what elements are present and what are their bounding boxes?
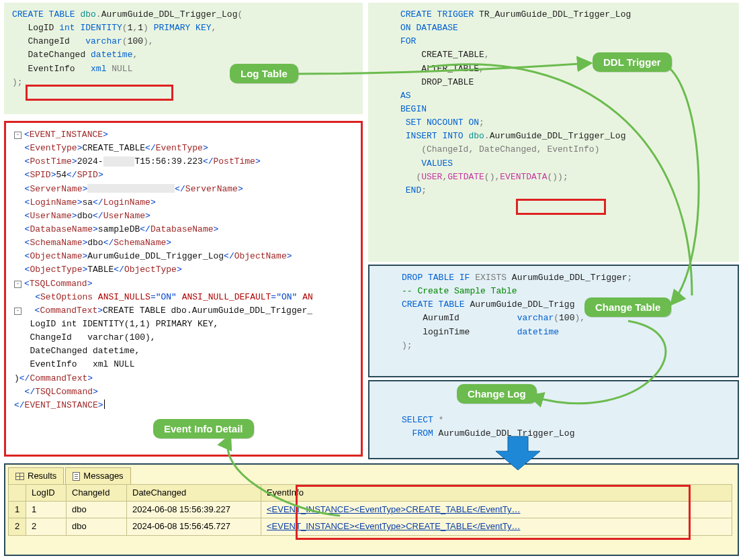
event-info-xml: -<EVENT_INSTANCE> <EventType>CREATE_TABL…: [14, 128, 353, 412]
tab-results[interactable]: Results: [8, 467, 64, 484]
table-row[interactable]: 1 1 dbo 2024-06-08 15:56:39.227 <EVENT_I…: [9, 502, 732, 518]
eventinfo-link[interactable]: <EVENT_INSTANCE><EventType>CREATE_TABLE<…: [261, 518, 732, 535]
table-row[interactable]: 2 2 dbo 2024-06-08 15:56:45.727 <EVENT_I…: [9, 518, 732, 535]
table-header-row: LogID ChangeId DateChanged EventInfo: [9, 485, 732, 502]
col-rownum: [9, 485, 26, 502]
event-info-xml-panel: -<EVENT_INSTANCE> <EventType>CREATE_TABL…: [4, 121, 363, 457]
fold-icon[interactable]: -: [14, 132, 21, 139]
col-changeid: ChangeId: [67, 485, 127, 502]
results-grid[interactable]: LogID ChangeId DateChanged EventInfo 1 1…: [8, 484, 732, 535]
badge-event-info: Event Info Detail: [153, 419, 254, 438]
fold-icon[interactable]: -: [14, 281, 21, 288]
badge-log-table: Log Table: [230, 64, 298, 83]
tab-messages[interactable]: Messages: [65, 467, 130, 484]
select-code: SELECT * FROM AurumGuide_DDL_Trigger_Log: [378, 387, 730, 440]
change-table-code-panel: DROP TABLE IF EXISTS AurumGuide_DDL_Trig…: [368, 265, 739, 377]
log-table-code-panel: CREATE TABLE dbo.AurumGuide_DDL_Trigger_…: [4, 3, 363, 114]
grid-icon: [15, 473, 24, 480]
fold-icon[interactable]: -: [14, 308, 21, 315]
badge-change-table: Change Table: [584, 297, 671, 317]
message-icon: [73, 472, 80, 481]
badge-ddl-trigger: DDL Trigger: [593, 52, 672, 72]
log-table-code: CREATE TABLE dbo.AurumGuide_DDL_Trigger_…: [12, 8, 355, 89]
results-panel: Results Messages LogID ChangeId DateChan…: [4, 463, 739, 556]
eventinfo-link[interactable]: <EVENT_INSTANCE><EventType>CREATE_TABLE<…: [261, 502, 732, 518]
col-datechanged: DateChanged: [127, 485, 261, 502]
badge-change-log: Change Log: [457, 384, 537, 404]
col-logid: LogID: [26, 485, 67, 502]
change-table-code: DROP TABLE IF EXISTS AurumGuide_DDL_Trig…: [378, 271, 730, 353]
ddl-trigger-code-panel: CREATE TRIGGER TR_AurumGuide_DDL_Trigger…: [368, 3, 739, 262]
ddl-trigger-code: CREATE TRIGGER TR_AurumGuide_DDL_Trigger…: [376, 8, 731, 197]
server-name-redacted: [87, 184, 175, 193]
select-code-panel: SELECT * FROM AurumGuide_DDL_Trigger_Log: [368, 380, 739, 459]
results-tabs: Results Messages: [5, 465, 738, 484]
col-eventinfo: EventInfo: [261, 485, 732, 502]
